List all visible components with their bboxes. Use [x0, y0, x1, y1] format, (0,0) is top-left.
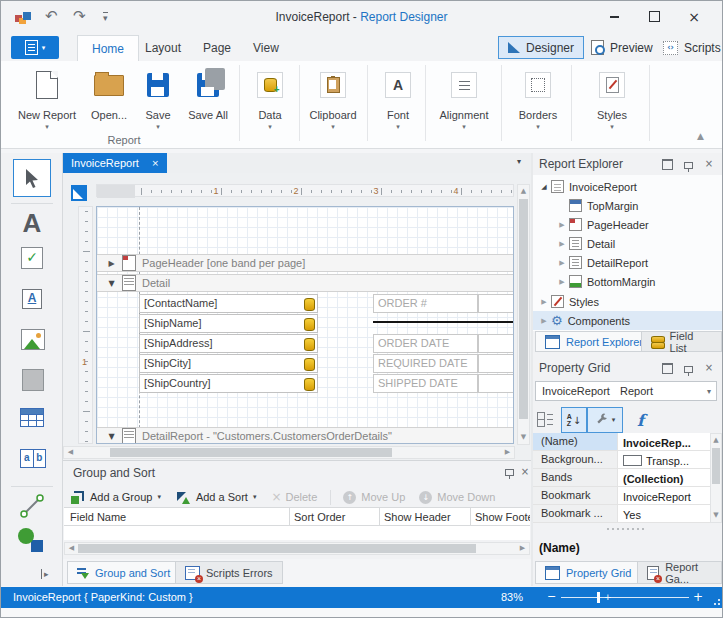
pin-icon[interactable]: [682, 364, 694, 376]
column-sort-order[interactable]: Sort Order: [294, 511, 345, 523]
new-report-button[interactable]: New Report ▾: [13, 67, 81, 131]
field-cell-shipname[interactable]: [ShipName]: [139, 314, 318, 333]
mode-designer-button[interactable]: Designer: [498, 36, 584, 59]
tree-expander-icon[interactable]: ◢: [537, 183, 551, 191]
field-cell-contactname[interactable]: [ContactName]: [139, 294, 318, 313]
categorized-view-icon[interactable]: [537, 412, 553, 428]
separator-line-control[interactable]: [373, 321, 514, 323]
tab-report-gallery[interactable]: Report Ga...: [637, 561, 722, 584]
scrollbar-thumb[interactable]: [110, 448, 392, 457]
tool-line[interactable]: [19, 493, 45, 519]
move-down-button[interactable]: Move Down: [437, 491, 495, 503]
scroll-down-arrow[interactable]: ▼: [518, 432, 529, 443]
column-field-name[interactable]: Field Name: [70, 511, 126, 523]
tree-expander-icon[interactable]: ▶: [555, 278, 569, 286]
band-expander-icon[interactable]: ▼: [107, 279, 116, 288]
scroll-up-arrow[interactable]: ▲: [518, 186, 529, 197]
save-button[interactable]: Save ▾: [137, 67, 179, 131]
scrollbar-thumb[interactable]: [78, 544, 476, 553]
maximize-panel-icon[interactable]: [661, 363, 673, 375]
add-group-dropdown-icon[interactable]: ▾: [157, 493, 161, 501]
scrollbar-thumb[interactable]: [519, 199, 528, 419]
tree-node-components[interactable]: ▶ ⚙ Components: [533, 311, 722, 330]
band-detail-report[interactable]: ▼ DetailReport - "Customers.CustomersOrd…: [97, 427, 513, 444]
property-row-name[interactable]: (Name) InvoiceRep...: [533, 433, 710, 451]
label-cell-shipped-date[interactable]: SHIPPED DATE: [373, 374, 478, 393]
add-sort-dropdown-icon[interactable]: ▾: [253, 493, 257, 501]
tree-node-bottommargin[interactable]: ▶ BottomMargin: [533, 272, 722, 291]
tool-pointer[interactable]: [13, 159, 51, 197]
property-value[interactable]: Yes: [618, 505, 710, 522]
column-show-footer[interactable]: Show Footer: [475, 511, 530, 523]
tool-rich-text[interactable]: A: [22, 289, 42, 309]
tool-picture-box[interactable]: [21, 329, 45, 350]
property-value[interactable]: InvoiceReport: [618, 487, 710, 504]
band-expander-icon[interactable]: ▶: [107, 259, 116, 268]
document-tab-close-icon[interactable]: ×: [151, 158, 159, 168]
tool-shape[interactable]: [18, 528, 44, 552]
add-sort-button[interactable]: Add a Sort: [196, 491, 248, 503]
maximize-panel-icon[interactable]: [661, 159, 673, 171]
pin-icon[interactable]: [503, 467, 515, 479]
scroll-up-arrow[interactable]: ▲: [711, 435, 721, 446]
scrollbar-thumb[interactable]: [712, 448, 720, 484]
tab-page[interactable]: Page: [189, 35, 245, 61]
minimize-button[interactable]: [599, 7, 629, 27]
tool-label[interactable]: A: [19, 208, 45, 238]
scroll-right-arrow[interactable]: ▶: [517, 543, 528, 554]
label-cell-order-number[interactable]: ORDER #: [373, 294, 478, 313]
column-separator[interactable]: [470, 508, 471, 526]
zoom-slider-thumb[interactable]: [597, 592, 600, 603]
application-menu-button[interactable]: ▾: [11, 36, 59, 59]
save-all-button[interactable]: Save All: [181, 67, 235, 121]
filter-dropdown-icon[interactable]: ▾: [612, 416, 616, 424]
field-cell-shipcountry[interactable]: [ShipCountry]: [139, 374, 318, 393]
column-separator[interactable]: [289, 508, 290, 526]
description-splitter[interactable]: [607, 528, 647, 530]
clipboard-dropdown-button[interactable]: Clipboard ▾: [303, 67, 363, 131]
property-grid-scrollbar[interactable]: ▲ ▼: [710, 433, 722, 523]
tab-field-list[interactable]: Field List: [641, 331, 722, 352]
tree-node-pageheader[interactable]: ▶ PageHeader: [533, 215, 722, 234]
delete-button[interactable]: Delete: [285, 491, 317, 503]
band-page-header[interactable]: ▶ PageHeader [one band per page]: [97, 254, 513, 272]
tab-scripts-errors[interactable]: Scripts Errors: [175, 561, 283, 584]
band-detail[interactable]: ▼ Detail: [97, 274, 513, 292]
zoom-in-button[interactable]: +: [693, 590, 703, 604]
tree-node-invoicereport[interactable]: ◢ InvoiceReport: [533, 177, 722, 196]
band-expander-icon[interactable]: ▼: [107, 432, 116, 441]
events-button[interactable]: f: [637, 411, 644, 430]
value-cell[interactable]: [478, 374, 514, 393]
selector-dropdown-icon[interactable]: ▾: [707, 387, 711, 396]
tool-check-box[interactable]: ✓: [21, 247, 43, 269]
close-button[interactable]: ×: [679, 7, 709, 27]
tool-table[interactable]: [20, 408, 44, 427]
property-value[interactable]: (Collection): [618, 469, 710, 486]
property-row-bookmark-duplicate[interactable]: Bookmark ... Yes: [533, 505, 710, 523]
tree-expander-icon[interactable]: ▶: [555, 221, 569, 229]
scroll-left-arrow[interactable]: ◀: [65, 447, 76, 458]
tab-home[interactable]: Home: [77, 35, 139, 61]
document-list-dropdown[interactable]: ▾: [517, 157, 521, 166]
tree-node-styles[interactable]: ▶ Styles: [533, 292, 722, 311]
tree-node-detailreport[interactable]: ▶ DetailReport: [533, 253, 722, 272]
data-dropdown-button[interactable]: + Data ▾: [243, 67, 297, 131]
scroll-down-arrow[interactable]: ▼: [711, 510, 721, 521]
property-filter-button[interactable]: ▾: [587, 407, 623, 433]
group-sort-horizontal-scrollbar[interactable]: ◀ ▶: [64, 542, 530, 555]
styles-dropdown-button[interactable]: Styles ▾: [581, 67, 643, 131]
resize-grip[interactable]: [718, 603, 720, 605]
tree-node-detail[interactable]: ▶ Detail: [533, 234, 722, 253]
add-group-button[interactable]: Add a Group: [90, 491, 152, 503]
mode-preview-button[interactable]: Preview: [582, 36, 662, 59]
property-row-bands[interactable]: Bands (Collection): [533, 469, 710, 487]
property-value[interactable]: InvoiceRep...: [618, 433, 710, 450]
alphabetical-sort-button[interactable]: AZ ↓: [561, 407, 587, 433]
alignment-dropdown-button[interactable]: Alignment ▾: [431, 67, 497, 131]
tool-panel[interactable]: [22, 369, 44, 391]
tab-layout[interactable]: Layout: [131, 35, 195, 61]
tree-expander-icon[interactable]: ▶: [555, 240, 569, 248]
ruler-corner-icon[interactable]: [71, 185, 87, 201]
scroll-right-arrow[interactable]: ▶: [502, 447, 513, 458]
tree-expander-icon[interactable]: ▶: [555, 259, 569, 267]
